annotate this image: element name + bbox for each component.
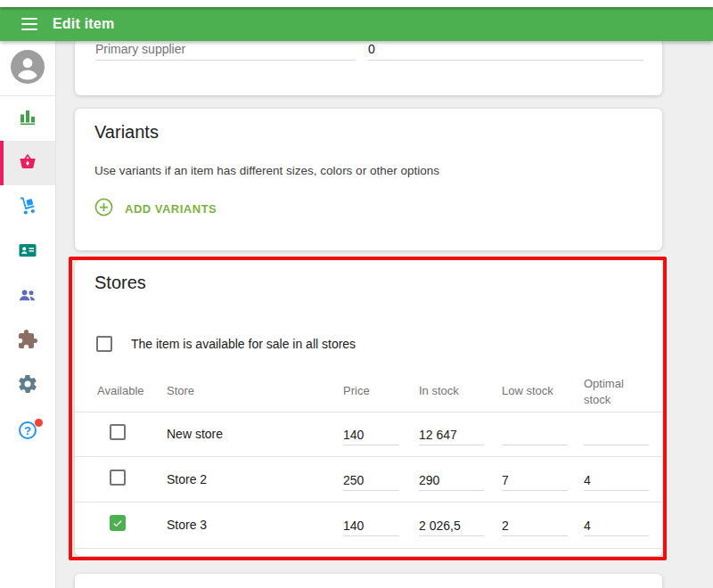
sidebar-item-items[interactable] bbox=[0, 141, 55, 185]
settings-gear-icon bbox=[17, 373, 38, 398]
row-available-checkbox[interactable] bbox=[110, 470, 126, 486]
notification-dot bbox=[35, 419, 43, 427]
employees-icon bbox=[17, 284, 38, 309]
inventory-trolley-icon bbox=[17, 195, 38, 220]
page-title: Edit item bbox=[53, 16, 114, 32]
row-available-checkbox[interactable] bbox=[110, 424, 126, 440]
help-icon: ? bbox=[19, 421, 37, 439]
add-variants-button[interactable]: ADD VARIANTS bbox=[94, 198, 217, 220]
plus-circle-icon bbox=[94, 198, 113, 220]
in-stock-input[interactable] bbox=[419, 419, 484, 445]
store-name: New store bbox=[167, 427, 223, 441]
price-input[interactable] bbox=[343, 419, 399, 445]
divider bbox=[75, 548, 662, 549]
reports-icon bbox=[17, 106, 38, 131]
price-input[interactable] bbox=[343, 464, 399, 491]
sidebar-item-settings[interactable] bbox=[0, 363, 55, 408]
customers-card-icon bbox=[17, 240, 38, 265]
add-variants-label: ADD VARIANTS bbox=[125, 202, 217, 216]
column-low-stock: Low stock bbox=[502, 384, 553, 397]
sidebar-item-profile[interactable] bbox=[0, 41, 55, 96]
optimal-stock-input[interactable] bbox=[584, 419, 649, 445]
edit-item-screen: Edit item bbox=[0, 0, 713, 588]
low-stock-input[interactable] bbox=[502, 419, 568, 445]
supplier-quantity-input[interactable] bbox=[368, 42, 643, 61]
store-name: Store 3 bbox=[167, 518, 207, 532]
menu-icon[interactable] bbox=[21, 18, 37, 30]
app-bar: Edit item bbox=[0, 7, 713, 41]
store-name: Store 2 bbox=[167, 472, 207, 486]
variants-title: Variants bbox=[94, 122, 159, 143]
optimal-stock-input[interactable] bbox=[584, 510, 649, 536]
low-stock-input[interactable] bbox=[502, 464, 568, 491]
optimal-stock-input[interactable] bbox=[584, 464, 649, 491]
items-basket-icon bbox=[17, 151, 38, 176]
all-stores-checkbox[interactable] bbox=[96, 336, 112, 352]
variants-description: Use variants if an item has different si… bbox=[94, 164, 439, 177]
column-optimal-stock: Optimal stock bbox=[584, 376, 634, 408]
next-section-card bbox=[75, 574, 662, 588]
top-strip bbox=[0, 0, 713, 7]
column-price: Price bbox=[343, 384, 370, 397]
in-stock-input[interactable] bbox=[419, 464, 484, 491]
stores-title: Stores bbox=[94, 273, 146, 293]
in-stock-input[interactable] bbox=[419, 510, 484, 536]
stores-table-header: Available Store Price In stock Low stock… bbox=[75, 370, 662, 412]
sidebar-item-reports[interactable] bbox=[0, 96, 55, 141]
stores-card: Stores The item is available for sale in… bbox=[75, 260, 662, 556]
sidebar-item-customers[interactable] bbox=[0, 230, 55, 274]
store-row-new-store: New store bbox=[75, 412, 662, 456]
price-input[interactable] bbox=[343, 510, 399, 536]
low-stock-input[interactable] bbox=[502, 510, 568, 536]
sidebar-item-employees[interactable] bbox=[0, 274, 55, 319]
column-available: Available bbox=[97, 384, 144, 397]
column-store: Store bbox=[167, 384, 194, 397]
sidebar-item-inventory[interactable] bbox=[0, 185, 55, 230]
all-stores-label: The item is available for sale in all st… bbox=[131, 337, 356, 351]
row-available-checkbox[interactable] bbox=[110, 515, 126, 531]
store-row-store-3: Store 3 bbox=[75, 502, 662, 547]
profile-avatar-icon bbox=[11, 50, 45, 87]
sidebar-item-apps[interactable] bbox=[0, 319, 55, 363]
supplier-card bbox=[75, 39, 662, 95]
variants-card: Variants Use variants if an item has dif… bbox=[75, 109, 662, 250]
store-row-store-2: Store 2 bbox=[75, 457, 662, 502]
apps-puzzle-icon bbox=[17, 329, 38, 354]
all-stores-row: The item is available for sale in all st… bbox=[96, 336, 356, 352]
sidebar: ? bbox=[0, 41, 56, 588]
primary-supplier-input[interactable] bbox=[95, 42, 356, 61]
column-in-stock: In stock bbox=[419, 384, 459, 397]
sidebar-item-help[interactable]: ? bbox=[0, 408, 55, 453]
